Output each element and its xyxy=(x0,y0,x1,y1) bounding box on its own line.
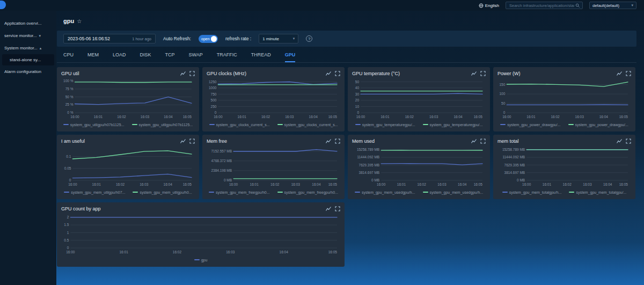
chart-title: GPU count by app xyxy=(61,206,101,211)
legend-marker xyxy=(355,124,361,125)
tab-traffic[interactable]: TRAFFIC xyxy=(217,52,237,62)
fullscreen-icon[interactable] xyxy=(626,71,631,76)
svg-text:16:03: 16:03 xyxy=(437,182,447,186)
legend-item[interactable]: system_gpu_mem_freegpu/h0... xyxy=(209,191,269,194)
tab-thread[interactable]: THREAD xyxy=(251,52,271,62)
chart-title: GPU temperature (°C) xyxy=(352,71,400,76)
legend-marker xyxy=(423,192,428,193)
legend-item[interactable]: system_gpu_mem_totalgpu/h... xyxy=(502,191,562,194)
chart-type-icon[interactable] xyxy=(471,71,477,76)
svg-text:16:02: 16:02 xyxy=(116,182,125,186)
legend-label: system_gpu_mem_freegpu/h0... xyxy=(284,191,338,194)
tab-mem[interactable]: MEM xyxy=(87,52,99,62)
svg-text:16:03: 16:03 xyxy=(226,250,235,254)
svg-text:16:02: 16:02 xyxy=(551,115,560,119)
legend-item[interactable]: system_gpu_mem_usedgpu/h... xyxy=(423,191,484,194)
chart-panel: GPU clocks (MHz)02505007501000125016:001… xyxy=(202,67,345,131)
chart-type-icon[interactable] xyxy=(180,71,186,76)
svg-text:40: 40 xyxy=(355,86,360,90)
legend-item[interactable]: system_gpu_temperaturegpu/... xyxy=(423,123,483,127)
svg-text:16:01: 16:01 xyxy=(526,115,536,119)
chart-panel-header: Mem free xyxy=(207,137,340,145)
legend-item[interactable]: system_gpu_temperaturegpu/... xyxy=(355,123,415,127)
svg-text:16:03: 16:03 xyxy=(141,115,150,119)
svg-text:16:00: 16:00 xyxy=(68,182,77,186)
datetime-picker[interactable]: 2023-05-06 16:06:52 1 hour ago xyxy=(63,34,156,43)
svg-text:16:04: 16:04 xyxy=(280,250,289,254)
sidebar-item[interactable]: Application overvi... xyxy=(0,17,56,30)
sidebar-item[interactable]: System monitor...▴ xyxy=(0,42,56,54)
legend-label: gpu xyxy=(201,258,208,262)
legend-item[interactable]: system_gpu_power_drawgpu/... xyxy=(500,123,560,127)
legend-label: system_gpu_mem_utilgpu/h07... xyxy=(71,191,125,194)
sidebar-item-label: Alarm configuration xyxy=(4,69,41,74)
svg-text:16:03: 16:03 xyxy=(140,182,149,186)
svg-text:16:01: 16:01 xyxy=(543,182,552,186)
sidebar-item[interactable]: Alarm configuration xyxy=(0,65,56,78)
svg-text:16:00: 16:00 xyxy=(214,115,223,119)
chart-plot: 00.511.5216:0016:0116:0216:0316:0416:05 xyxy=(61,213,340,254)
fullscreen-icon[interactable] xyxy=(335,71,340,76)
svg-text:0: 0 xyxy=(215,111,217,114)
legend-item[interactable]: system_gpu_clocks_current_s... xyxy=(277,123,338,127)
svg-text:0.1: 0.1 xyxy=(66,155,71,158)
tab-cpu[interactable]: CPU xyxy=(63,52,74,62)
fullscreen-icon[interactable] xyxy=(335,138,340,144)
tab-swap[interactable]: SWAP xyxy=(189,52,203,62)
search-box[interactable] xyxy=(506,2,583,9)
tab-disk[interactable]: DISK xyxy=(140,52,151,62)
tab-gpu[interactable]: GPU xyxy=(285,52,296,62)
legend-item[interactable]: system_gpu_clocks_current_s... xyxy=(209,123,270,127)
legend-item[interactable]: system_gpu_mem_utilgpu/h07... xyxy=(64,191,125,194)
favorite-star-icon[interactable]: ☆ xyxy=(77,18,82,24)
fullscreen-icon[interactable] xyxy=(480,71,486,76)
tab-tcp[interactable]: TCP xyxy=(165,52,175,62)
legend-item[interactable]: gpu xyxy=(194,258,208,262)
chart-type-icon[interactable] xyxy=(617,138,622,144)
legend-label: system_gpu_mem_totalgpu/h... xyxy=(509,191,562,194)
chart-legend: system_gpu_mem_utilgpu/h07...system_gpu_… xyxy=(61,189,195,195)
chart-panel: Mem used0 MB3814.697 MB7629.395 MB11444.… xyxy=(348,135,490,199)
topbar: English default(default) ▾ xyxy=(0,0,644,11)
help-icon[interactable]: ? xyxy=(306,35,312,42)
svg-text:16:01: 16:01 xyxy=(250,182,259,186)
tab-load[interactable]: LOAD xyxy=(113,52,126,62)
chart-title: GPU clocks (MHz) xyxy=(207,71,246,76)
legend-item[interactable]: system_gpu_utilgpu/h07b1125... xyxy=(63,123,125,127)
chart-type-icon[interactable] xyxy=(180,138,186,144)
chart-type-icon[interactable] xyxy=(326,71,331,76)
legend-item[interactable]: system_gpu_mem_totalgpu/... xyxy=(569,191,626,194)
chart-type-icon[interactable] xyxy=(471,138,477,144)
auto-refresh-toggle[interactable]: open xyxy=(199,35,218,43)
legend-item[interactable]: system_gpu_mem_utilgpu/h0... xyxy=(133,191,192,194)
search-icon[interactable] xyxy=(575,3,580,8)
fullscreen-icon[interactable] xyxy=(626,138,631,144)
profile-select[interactable]: default(default) ▾ xyxy=(589,2,636,9)
legend-item[interactable]: system_gpu_mem_freegpu/h0... xyxy=(277,191,338,194)
language-switcher[interactable]: English xyxy=(479,3,499,8)
refresh-rate-select[interactable]: 1 minute ▾ xyxy=(259,34,298,43)
chart-panel: Mem free0 MB2384.198 MB4768.372 MB7152.5… xyxy=(202,135,345,199)
chart-type-icon[interactable] xyxy=(326,206,331,211)
chart-type-icon[interactable] xyxy=(326,138,331,144)
logo[interactable] xyxy=(0,1,6,9)
svg-text:16:00: 16:00 xyxy=(229,182,238,186)
legend-item[interactable]: system_gpu_utilgpu/h07b1125... xyxy=(132,123,193,127)
sidebar-item[interactable]: service monitor...▾ xyxy=(0,30,56,42)
fullscreen-icon[interactable] xyxy=(189,138,195,144)
fullscreen-icon[interactable] xyxy=(335,206,340,211)
svg-text:16:03: 16:03 xyxy=(291,182,301,186)
svg-text:25 %: 25 % xyxy=(65,103,74,106)
legend-marker xyxy=(64,192,69,193)
svg-text:11444.092 MB: 11444.092 MB xyxy=(357,155,379,159)
search-input[interactable] xyxy=(508,3,575,9)
svg-text:0 MB: 0 MB xyxy=(224,178,232,182)
chart-type-icon[interactable] xyxy=(617,71,622,76)
profile-select-value: default(default) xyxy=(592,3,619,8)
legend-item[interactable]: system_gpu_power_drawgpu/... xyxy=(568,123,628,127)
fullscreen-icon[interactable] xyxy=(189,71,195,76)
fullscreen-icon[interactable] xyxy=(480,138,486,144)
chart-plot: 05010015016:0016:0116:0216:0316:0416:05 xyxy=(497,77,631,119)
legend-item[interactable]: system_gpu_mem_usedgpu/h... xyxy=(355,191,415,194)
sidebar-item[interactable]: stand-alone sy... xyxy=(2,54,54,65)
